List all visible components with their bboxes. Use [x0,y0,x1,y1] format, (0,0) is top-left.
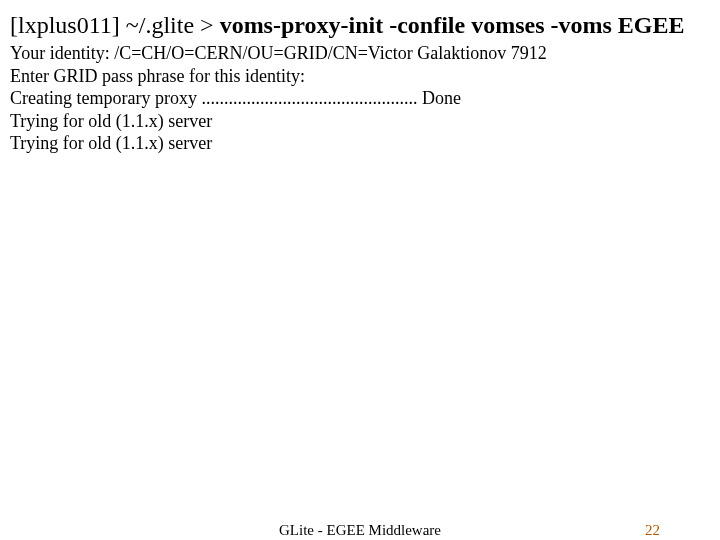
output-line: Creating temporary proxy ...............… [10,87,710,110]
shell-prompt: [lxplus011] ~/.glite > [10,12,220,38]
shell-command: voms-proxy-init -confile vomses -voms EG… [220,12,685,38]
footer-title: GLite - EGEE Middleware [0,522,720,539]
slide: [lxplus011] ~/.glite > voms-proxy-init -… [0,0,720,540]
output-line: Your identity: /C=CH/O=CERN/OU=GRID/CN=V… [10,42,710,65]
page-number: 22 [645,522,660,539]
output-line: Trying for old (1.1.x) server [10,110,710,133]
output-line: Trying for old (1.1.x) server [10,132,710,155]
output-line: Enter GRID pass phrase for this identity… [10,65,710,88]
command-line: [lxplus011] ~/.glite > voms-proxy-init -… [10,10,710,40]
